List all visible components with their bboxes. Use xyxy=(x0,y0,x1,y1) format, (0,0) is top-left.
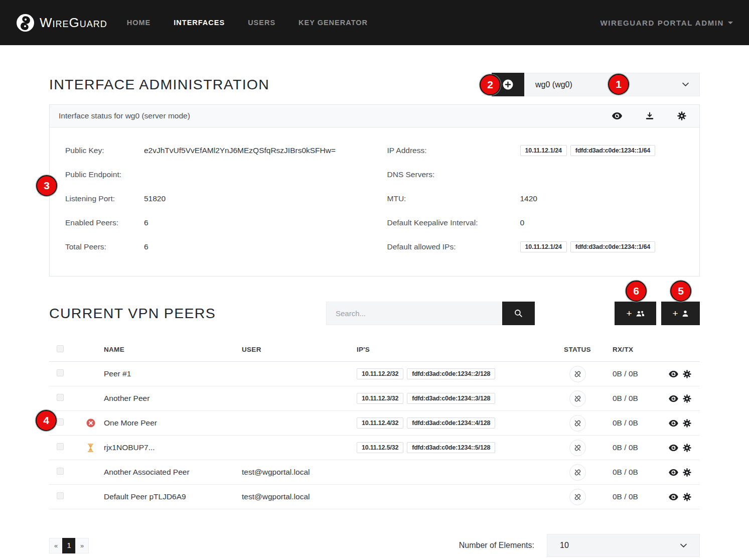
peer-rxtx: 0B / 0B xyxy=(605,492,655,501)
view-peer-icon[interactable] xyxy=(669,493,678,501)
peer-ip-badge: 10.11.12.3/32 xyxy=(357,393,403,404)
ip-badge: fdfd:d3ad:c0de:1234::1/64 xyxy=(570,241,655,252)
peer-ip-badge: fdfd:d3ad:c0de:1234::3/128 xyxy=(407,393,495,404)
nav-item-home[interactable]: HOME xyxy=(115,0,163,45)
nav-item-key-generator[interactable]: KEY GENERATOR xyxy=(287,0,379,45)
ip-badge: 10.11.12.1/24 xyxy=(520,145,567,156)
annotation-marker-2: 2 xyxy=(480,74,501,95)
interface-status-panel: Interface status for wg0 (server mode) P… xyxy=(49,104,700,276)
ip-badge: fdfd:d3ad:c0de:1234::1/64 xyxy=(570,145,655,156)
edit-peer-icon[interactable] xyxy=(683,468,691,477)
top-navbar: WireGuard HOME INTERFACES USERS KEY GENE… xyxy=(0,0,749,45)
connection-status-icon xyxy=(569,366,586,382)
view-peer-icon[interactable] xyxy=(669,394,678,403)
table-row: Another Peer 10.11.12.3/32 fdfd:d3ad:c0d… xyxy=(49,386,700,411)
annotation-marker-1: 1 xyxy=(608,74,629,95)
main-nav: HOME INTERFACES USERS KEY GENERATOR xyxy=(115,0,379,45)
edit-interface-icon[interactable] xyxy=(677,111,686,120)
field-label: Total Peers: xyxy=(65,242,144,251)
caret-down-icon xyxy=(728,22,733,24)
panel-title: Interface status for wg0 (server mode) xyxy=(59,111,190,120)
chevron-down-icon xyxy=(682,82,689,87)
peer-ip-badge: fdfd:d3ad:c0de:1234::5/128 xyxy=(407,442,495,453)
view-config-icon[interactable] xyxy=(612,111,622,120)
search-icon xyxy=(514,309,523,318)
edit-peer-icon[interactable] xyxy=(683,419,691,428)
table-row: rjx1NOBUP7... 10.11.12.5/32 fdfd:d3ad:c0… xyxy=(49,436,700,460)
connection-status-icon xyxy=(569,415,586,432)
peer-name: Peer #1 xyxy=(104,369,242,378)
download-config-icon[interactable] xyxy=(646,111,654,120)
row-checkbox[interactable] xyxy=(57,492,64,499)
pagination: « 1 » xyxy=(49,538,89,553)
row-checkbox[interactable] xyxy=(57,418,64,426)
peer-ip-badge: fdfd:d3ad:c0de:1234::2/128 xyxy=(407,368,495,379)
enabled-peers-value: 6 xyxy=(144,218,148,227)
view-peer-icon[interactable] xyxy=(669,370,678,378)
pagination-next[interactable]: » xyxy=(75,538,89,553)
interface-select-value: wg0 (wg0) xyxy=(535,80,572,89)
peer-ip-badge: fdfd:d3ad:c0de:1234::4/128 xyxy=(407,417,495,429)
peers-section-title: CURRENT VPN PEERS xyxy=(49,305,326,322)
col-header-status: STATUS xyxy=(550,346,605,353)
edit-peer-icon[interactable] xyxy=(683,493,691,501)
elements-label: Number of Elements: xyxy=(459,541,534,550)
peer-rxtx: 0B / 0B xyxy=(605,468,655,477)
field-label: Default Keepalive Interval: xyxy=(387,218,520,227)
row-checkbox[interactable] xyxy=(57,443,64,450)
pagination-prev[interactable]: « xyxy=(49,538,63,553)
edit-peer-icon[interactable] xyxy=(683,444,691,452)
table-row: Another Associated Peer test@wgportal.lo… xyxy=(49,460,700,485)
user-icon xyxy=(682,310,689,317)
field-label: MTU: xyxy=(387,194,520,203)
connection-status-icon xyxy=(569,489,586,505)
row-checkbox[interactable] xyxy=(57,468,64,475)
peer-rxtx: 0B / 0B xyxy=(605,443,655,452)
public-key-value: e2vJhTvUf5VvEfAMl2YnJ6MEzQSfqRszJIBrs0kS… xyxy=(144,146,336,155)
page-title: INTERFACE ADMINISTRATION xyxy=(49,76,492,93)
elements-select-value: 10 xyxy=(560,541,569,550)
field-label: IP Address: xyxy=(387,146,520,155)
peer-name: Another Peer xyxy=(104,394,242,403)
brand-text: WireGuard xyxy=(40,15,107,31)
search-button[interactable] xyxy=(502,302,535,325)
account-menu[interactable]: WIREGUARD PORTAL ADMIN xyxy=(600,19,733,27)
edit-peer-icon[interactable] xyxy=(683,394,691,403)
edit-peer-icon[interactable] xyxy=(683,370,691,378)
wireguard-brand[interactable]: WireGuard xyxy=(16,14,107,32)
add-peer-button[interactable]: + xyxy=(661,302,700,325)
peer-rxtx: 0B / 0B xyxy=(605,394,655,403)
table-row: Default Peer pTLJD6A9 test@wgportal.loca… xyxy=(49,485,700,509)
ip-badge: 10.11.12.1/24 xyxy=(520,241,567,252)
select-all-checkbox[interactable] xyxy=(57,345,64,352)
nav-item-interfaces[interactable]: INTERFACES xyxy=(162,0,236,45)
search-input[interactable] xyxy=(326,302,502,325)
col-header-rxtx: RX/TX xyxy=(605,346,655,353)
connection-status-icon xyxy=(569,440,586,456)
peer-ip-badge: 10.11.12.5/32 xyxy=(357,442,403,453)
field-label: Public Endpoint: xyxy=(65,170,144,179)
row-checkbox[interactable] xyxy=(57,369,64,376)
peer-ip-badge: 10.11.12.4/32 xyxy=(357,417,403,429)
account-menu-label: WIREGUARD PORTAL ADMIN xyxy=(600,19,724,27)
chevron-down-icon xyxy=(680,543,687,548)
mtu-value: 1420 xyxy=(520,194,537,203)
plus-circle-icon xyxy=(503,79,513,90)
add-multiple-peers-button[interactable]: + xyxy=(615,302,656,325)
view-peer-icon[interactable] xyxy=(669,444,678,452)
listening-port-value: 51820 xyxy=(144,194,166,203)
peer-user: test@wgportal.local xyxy=(242,492,357,501)
row-checkbox[interactable] xyxy=(57,394,64,401)
peer-name: rjx1NOBUP7... xyxy=(104,443,242,452)
view-peer-icon[interactable] xyxy=(669,419,678,428)
peer-name: One More Peer xyxy=(104,418,242,428)
users-group-icon xyxy=(636,310,645,317)
connection-status-icon xyxy=(569,464,586,481)
field-label: Default allowed IPs: xyxy=(387,242,520,251)
elements-per-page-select[interactable]: 10 xyxy=(547,534,700,557)
nav-item-users[interactable]: USERS xyxy=(236,0,287,45)
field-label: Listening Port: xyxy=(65,194,144,203)
pagination-page-1[interactable]: 1 xyxy=(62,538,76,553)
view-peer-icon[interactable] xyxy=(669,468,678,477)
table-row: Peer #1 10.11.12.2/32 fdfd:d3ad:c0de:123… xyxy=(49,362,700,386)
